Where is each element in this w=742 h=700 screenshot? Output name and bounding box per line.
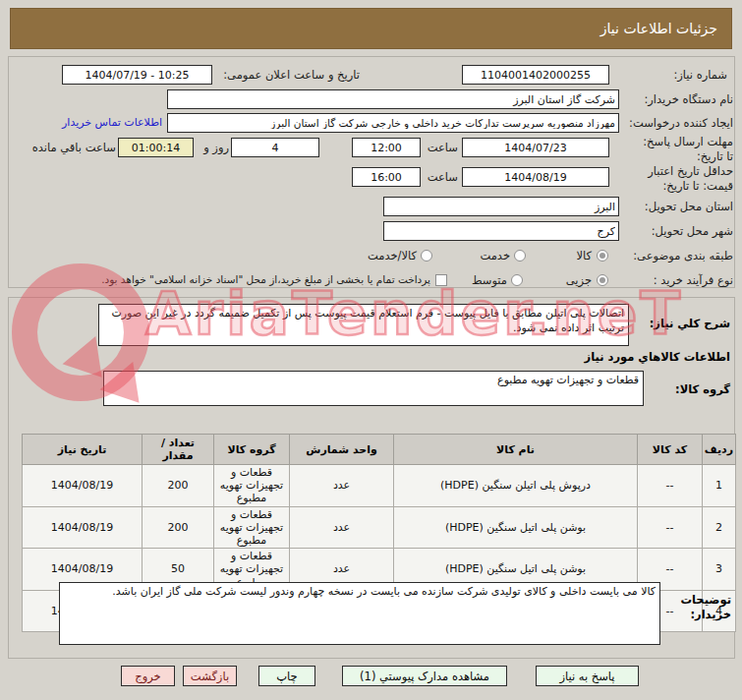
- goods-section-title: اطلاعات کالاهاي مورد نیاز: [583, 350, 730, 365]
- page-title-bar: جزئیات اطلاعات نیاز: [10, 8, 732, 49]
- respond-to-need-button[interactable]: پاسخ به نیاز: [536, 666, 639, 686]
- buyer-notes-field[interactable]: کالا می بایست داخلی و کالای تولیدی شرکت …: [59, 582, 660, 645]
- cell-group: قطعات و تجهیزات تهویه مطبوع: [214, 465, 290, 507]
- remaining-days-field[interactable]: [231, 138, 319, 157]
- col-unit: واحد شمارش: [290, 435, 394, 465]
- hours-remaining-label: ساعت باقي مانده: [14, 141, 116, 155]
- cell-quantity: 200: [143, 465, 214, 507]
- table-row: 2 -- بوشن پلی اتیل سنگین (HDPE) عدد قطعا…: [23, 506, 736, 549]
- delivery-province-label: استان محل تحویل:: [629, 200, 733, 214]
- request-creator-field[interactable]: [167, 113, 619, 133]
- response-deadline-label: مهلت ارسال پاسخ: تا تاریخ:: [638, 135, 733, 164]
- cell-row-no: 2: [703, 506, 736, 549]
- validity-hour-label: ساعت: [425, 170, 458, 185]
- cell-unit: عدد: [290, 465, 394, 507]
- announce-datetime-label: تاریخ و ساعت اعلان عمومی:: [208, 68, 360, 83]
- radio-goods-service[interactable]: [421, 250, 432, 262]
- cell-need-date: 1404/08/19: [23, 506, 143, 549]
- col-group: گروه کالا: [214, 435, 290, 465]
- radio-goods[interactable]: [597, 250, 608, 262]
- cell-item-code: --: [638, 465, 703, 507]
- delivery-province-field[interactable]: [383, 197, 619, 216]
- cell-item-code: --: [638, 506, 703, 549]
- validity-time-field[interactable]: [352, 167, 421, 187]
- delivery-city-label: شهر محل تحویل:: [629, 224, 733, 239]
- goods-group-label: گروه کالا:: [644, 382, 730, 397]
- col-item-code: کد کالا: [638, 435, 703, 465]
- need-description-label: شرح کلي نیاز:: [632, 317, 730, 331]
- table-row: 1 -- درپوش پلی اتیلن سنگین (HDPE) عدد قط…: [23, 465, 736, 507]
- col-need-date: تاریخ نیاز: [23, 435, 143, 465]
- need-number-field[interactable]: [462, 65, 609, 85]
- cell-unit: عدد: [290, 506, 394, 549]
- col-quantity: تعداد / مقدار: [143, 435, 214, 465]
- view-attached-docs-button[interactable]: مشاهده مدارک پیوستي (1): [342, 666, 507, 686]
- validity-date-field[interactable]: [462, 167, 609, 187]
- announce-datetime-field[interactable]: [62, 65, 212, 85]
- cell-item-name: درپوش پلی اتیلن سنگین (HDPE): [394, 465, 638, 507]
- price-validity-label: حداقل تاریخ اعتبار قیمت: تا تاریخ:: [638, 164, 733, 194]
- treasury-checkbox[interactable]: [435, 274, 447, 286]
- days-and-label: روز و: [196, 141, 229, 155]
- page-title: جزئیات اطلاعات نیاز: [600, 9, 717, 48]
- need-details-page: جزئیات اطلاعات نیاز شماره نیاز: تاریخ و …: [0, 0, 742, 700]
- cell-item-name: بوشن پلی اتیل سنگین (HDPE): [394, 506, 638, 549]
- goods-group-field[interactable]: قطعات و تجهیزات تهویه مطبوع: [103, 371, 644, 406]
- cell-row-no: 1: [703, 465, 736, 507]
- cell-row-no: 3: [703, 549, 736, 591]
- classification-label: طبقه بندی موضوعی:: [624, 249, 733, 263]
- col-row-no: ردیف: [703, 435, 736, 465]
- deadline-time-field[interactable]: [352, 138, 421, 157]
- need-number-label: شماره نیاز:: [609, 68, 727, 83]
- radio-minor-label: جزیی: [560, 273, 592, 288]
- buyer-notes-label: توضیحات خریدار:: [662, 593, 731, 622]
- delivery-city-field[interactable]: [383, 221, 619, 241]
- need-description-field[interactable]: اتصالات پلی اتیلن مطابق با فایل پیوست - …: [98, 304, 629, 346]
- process-type-label: نوع فرآیند خرید :: [634, 273, 733, 288]
- col-item-name: نام کالا: [394, 435, 638, 465]
- radio-medium-label: متوسط: [458, 273, 507, 288]
- radio-minor[interactable]: [597, 274, 608, 286]
- buyer-contact-link[interactable]: اطلاعات تماس خریدار: [61, 116, 163, 129]
- radio-service[interactable]: [514, 250, 526, 262]
- buyer-org-field[interactable]: [167, 89, 619, 109]
- print-button[interactable]: چاپ: [258, 666, 315, 686]
- radio-goods-label: کالا: [560, 249, 592, 263]
- cell-need-date: 1404/08/19: [23, 465, 143, 507]
- goods-table-header-row: ردیف کد کالا نام کالا واحد شمارش گروه کا…: [23, 435, 736, 465]
- cell-quantity: 200: [143, 506, 214, 549]
- radio-goods-service-label: کالا/خدمت: [346, 249, 417, 263]
- radio-service-label: خدمت: [469, 249, 510, 263]
- back-button[interactable]: بازگشت: [183, 666, 237, 686]
- cell-group: قطعات و تجهیزات تهویه مطبوع: [214, 506, 290, 549]
- countdown-timer-field: [118, 138, 194, 157]
- exit-button[interactable]: خروج: [121, 666, 175, 686]
- request-creator-label: ایجاد کننده درخواست:: [607, 116, 733, 131]
- deadline-date-field[interactable]: [462, 138, 609, 157]
- treasury-checkbox-label: پرداخت تمام یا بخشی از مبلغ خرید،از محل …: [51, 273, 430, 287]
- deadline-hour-label: ساعت: [425, 141, 458, 155]
- buyer-org-label: نام دستگاه خریدار:: [609, 92, 733, 107]
- radio-medium[interactable]: [511, 274, 523, 286]
